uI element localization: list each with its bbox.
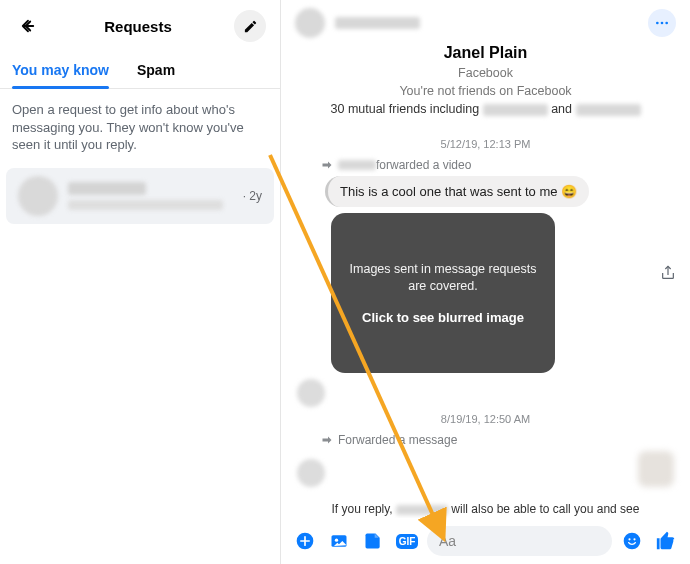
compose-button[interactable]	[234, 10, 266, 42]
message-row: This is a cool one that was sent to me 😄	[297, 176, 674, 207]
avatar	[297, 379, 325, 407]
avatar	[297, 459, 325, 487]
tab-you-may-know[interactable]: You may know	[12, 56, 109, 88]
svg-point-10	[633, 538, 635, 540]
open-actions-button[interactable]	[291, 527, 319, 555]
sidebar: Requests You may know Spam Open a reques…	[0, 0, 281, 564]
cover-cta: Click to see blurred image	[362, 310, 524, 325]
tab-spam[interactable]: Spam	[137, 56, 175, 88]
message-input[interactable]: Aa	[427, 526, 612, 556]
header-name-redacted	[335, 17, 420, 29]
warning-name-redacted	[396, 505, 448, 515]
emoji-icon[interactable]	[618, 527, 646, 555]
request-item[interactable]: · 2y	[6, 168, 274, 224]
header-avatar[interactable]	[295, 8, 325, 38]
cover-text: Images sent in message requests are cove…	[331, 261, 555, 295]
svg-point-8	[624, 533, 641, 550]
image-thumbnail[interactable]	[638, 451, 674, 487]
timestamp: 8/19/19, 12:50 AM	[297, 413, 674, 425]
mutual-friends: 30 mutual friends including and	[297, 102, 674, 116]
mutual-name-redacted	[483, 104, 548, 116]
request-preview-redacted	[68, 200, 223, 210]
composer: GIF Aa	[281, 518, 690, 564]
sticker-icon[interactable]	[359, 527, 387, 555]
like-icon[interactable]	[652, 527, 680, 555]
photo-icon[interactable]	[325, 527, 353, 555]
conversation-pane: Janel Plain Facebook You're not friends …	[281, 0, 690, 564]
message-bubble[interactable]: This is a cool one that was sent to me 😄	[325, 176, 589, 207]
timestamp: 5/12/19, 12:13 PM	[297, 138, 674, 150]
back-button[interactable]	[14, 12, 42, 40]
svg-point-2	[661, 22, 664, 25]
avatar	[18, 176, 58, 216]
message-row	[297, 379, 674, 407]
profile-name: Janel Plain	[297, 44, 674, 62]
tabs: You may know Spam	[0, 50, 280, 89]
forwarder-name-redacted	[338, 160, 376, 170]
blurred-image-cover[interactable]: Images sent in message requests are cove…	[331, 213, 555, 373]
request-name-redacted	[68, 182, 146, 195]
profile-sub2: You're not friends on Facebook	[297, 84, 674, 98]
svg-point-9	[628, 538, 630, 540]
share-icon[interactable]	[660, 265, 676, 285]
gif-icon[interactable]: GIF	[393, 527, 421, 555]
forwarded-label: forwarded a video	[321, 158, 674, 172]
svg-point-7	[335, 539, 338, 542]
profile-sub1: Facebook	[297, 66, 674, 80]
conversation-menu-button[interactable]	[648, 9, 676, 37]
reply-warning: If you reply, will also be able to call …	[297, 501, 674, 518]
forwarded-label: Forwarded a message	[321, 433, 674, 447]
helper-text: Open a request to get info about who's m…	[0, 89, 280, 164]
mutual-name-redacted	[576, 104, 641, 116]
request-time: · 2y	[243, 189, 262, 203]
svg-point-3	[665, 22, 668, 25]
sidebar-title: Requests	[42, 18, 234, 35]
svg-point-1	[656, 22, 659, 25]
